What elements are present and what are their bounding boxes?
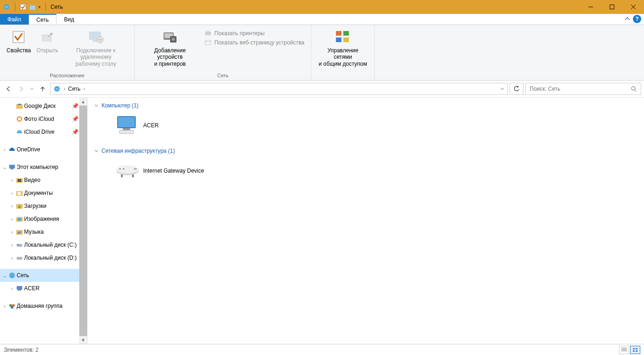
refresh-button[interactable]: [510, 83, 524, 95]
properties-button[interactable]: Свойства: [4, 27, 34, 55]
svg-rect-62: [119, 168, 121, 169]
collapse-icon[interactable]: [94, 103, 99, 108]
address-dropdown-icon[interactable]: [500, 87, 505, 91]
group-header-infra[interactable]: Сетевая инфраструктура (1): [94, 148, 644, 154]
forward-button[interactable]: [16, 83, 27, 94]
tab-file[interactable]: Файл: [0, 14, 29, 25]
status-elements: Элементов: 2: [4, 347, 38, 353]
add-devices-button[interactable]: Добавление устройстви принтеров: [139, 27, 202, 68]
drive-icon: [16, 254, 23, 262]
sidebar-item-this-pc[interactable]: ⌄ Этот компьютер: [0, 161, 87, 174]
sidebar-item-pictures[interactable]: › Изображения: [0, 212, 87, 225]
svg-rect-11: [93, 40, 97, 42]
label: Сеть: [17, 272, 29, 279]
show-webpage-button[interactable]: Показать веб-страницу устройства: [202, 38, 307, 47]
homegroup-icon: [8, 302, 16, 310]
expand-icon[interactable]: ›: [9, 216, 15, 222]
sidebar-item-homegroup[interactable]: › Домашняя группа: [0, 299, 87, 312]
address-bar-row: › Сеть ›: [0, 81, 644, 97]
sidebar-item-local-disk-2[interactable]: › Локальный диск (D:): [0, 251, 87, 264]
item-label: ACER: [143, 122, 158, 129]
collapse-icon[interactable]: ⌄: [2, 273, 7, 278]
remote-desktop-button[interactable]: Подключение к удаленномурабочему столу: [61, 27, 131, 68]
checkbox-icon[interactable]: [20, 4, 26, 10]
item-computer-acer[interactable]: ACER: [113, 112, 160, 139]
expand-icon[interactable]: ›: [9, 229, 15, 235]
ribbon-collapse-icon[interactable]: [625, 16, 630, 22]
sidebar-scrollbar[interactable]: ▲ ▼: [79, 98, 87, 344]
sidebar-item-local-disk-1[interactable]: › Локальный диск (C:): [0, 238, 87, 251]
pin-icon: 📌: [72, 103, 79, 109]
network-center-button[interactable]: Управление сетямии общим доступом: [315, 27, 371, 68]
svg-rect-63: [123, 168, 125, 169]
sidebar-item-photo-icloud[interactable]: Фото iCloud 📌: [0, 112, 87, 125]
onedrive-icon: [8, 146, 16, 153]
details-view-button[interactable]: [619, 346, 629, 354]
scroll-up-button[interactable]: ▲: [79, 98, 87, 106]
sidebar-item-google-drive[interactable]: Google Диск 📌: [0, 100, 87, 112]
sidebar-item-acer[interactable]: › ACER: [0, 282, 87, 295]
network-icon: [53, 85, 61, 93]
scroll-thumb[interactable]: [79, 106, 87, 336]
folder-qat-icon[interactable]: [29, 4, 36, 10]
svg-rect-47: [17, 244, 19, 245]
breadcrumb-network[interactable]: Сеть: [68, 86, 81, 92]
back-button[interactable]: [3, 83, 14, 94]
minimize-button[interactable]: [580, 0, 601, 14]
tab-view[interactable]: Вид: [57, 14, 82, 25]
expand-icon[interactable]: ›: [9, 177, 15, 183]
group-header-computer[interactable]: Компьютер (1): [94, 102, 644, 109]
show-printers-button[interactable]: Показать принтеры: [202, 29, 307, 38]
expand-icon[interactable]: ›: [9, 255, 15, 261]
svg-rect-51: [18, 290, 21, 291]
collapse-icon[interactable]: [94, 149, 99, 153]
expand-icon[interactable]: ›: [9, 190, 15, 196]
rd-label2: рабочему столу: [76, 61, 116, 67]
search-icon[interactable]: [631, 86, 637, 92]
sidebar-item-icloud-drive[interactable]: iCloud Drive 📌: [0, 125, 87, 138]
sidebar-item-downloads[interactable]: › Загрузки: [0, 199, 87, 212]
scroll-down-button[interactable]: ▼: [79, 336, 87, 344]
sidebar-item-music[interactable]: › Музыка: [0, 225, 87, 238]
large-icons-view-button[interactable]: [630, 346, 640, 354]
svg-rect-59: [120, 131, 133, 133]
item-gateway-device[interactable]: Internet Gateway Device: [113, 157, 206, 185]
label: OneDrive: [17, 146, 40, 153]
expand-icon[interactable]: ›: [2, 147, 7, 152]
computer-icon: [16, 285, 23, 292]
svg-rect-73: [636, 350, 638, 352]
sidebar-item-videos[interactable]: › Видео: [0, 174, 87, 187]
up-button[interactable]: [37, 83, 48, 94]
expand-icon[interactable]: ›: [2, 303, 7, 309]
maximize-button[interactable]: [601, 0, 623, 14]
help-button[interactable]: ?: [633, 15, 641, 23]
svg-rect-24: [343, 31, 349, 36]
svg-rect-72: [633, 350, 635, 352]
network-icon: [3, 3, 10, 11]
collapse-icon[interactable]: ⌄: [2, 164, 7, 170]
sidebar-item-network[interactable]: ⌄ Сеть: [0, 269, 87, 282]
content-area: Компьютер (1) ACER Сетевая инфраструктур…: [88, 98, 644, 344]
expand-icon[interactable]: ›: [9, 242, 15, 248]
expand-icon[interactable]: ›: [9, 286, 15, 291]
group-center-label: [342, 73, 344, 79]
rd-label1: Подключение к удаленному: [76, 47, 116, 60]
svg-rect-70: [633, 348, 635, 349]
close-button[interactable]: [623, 0, 644, 14]
chevron-right-icon[interactable]: ›: [83, 86, 85, 92]
qat-dropdown-icon[interactable]: ▾: [38, 5, 41, 9]
sidebar-item-onedrive[interactable]: › OneDrive: [0, 143, 87, 156]
search-input[interactable]: [530, 86, 631, 92]
search-box[interactable]: [525, 83, 641, 95]
open-button[interactable]: Открыть: [34, 27, 61, 55]
svg-rect-50: [17, 286, 22, 290]
expand-icon[interactable]: ›: [9, 203, 15, 209]
photo-icon: [16, 115, 23, 123]
recent-dropdown[interactable]: [29, 83, 35, 94]
group-location-label: Расположение: [50, 73, 85, 79]
tab-network[interactable]: Сеть: [29, 14, 57, 25]
computer-icon: [114, 113, 139, 137]
sidebar-item-documents[interactable]: › Документы: [0, 187, 87, 199]
address-bar[interactable]: › Сеть ›: [50, 83, 508, 95]
chevron-right-icon[interactable]: ›: [63, 86, 65, 92]
